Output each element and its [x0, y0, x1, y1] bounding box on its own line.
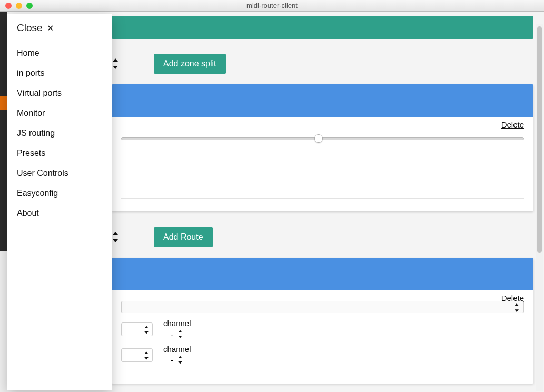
route-row-1: channel -: [121, 345, 524, 365]
zone-delete-link[interactable]: Delete: [501, 120, 524, 129]
chevron-updown-icon: [513, 303, 519, 312]
window-titlebar: midi-router-client: [0, 0, 544, 12]
vertical-scrollbar[interactable]: [536, 24, 543, 391]
bg-light-stripe: [0, 251, 7, 392]
route-wide-select[interactable]: [121, 301, 524, 313]
nav-drawer: Close ✕ Home in ports Virtual ports Moni…: [7, 14, 112, 390]
chevron-updown-icon: [144, 326, 150, 334]
drawer-close-button[interactable]: Close ✕: [17, 22, 102, 34]
divider: [121, 198, 524, 199]
channel-select-carets[interactable]: [177, 356, 183, 364]
nav-item-user-controls[interactable]: User Controls: [17, 163, 102, 183]
route-select-carets[interactable]: [112, 232, 119, 242]
route-card-header: [112, 258, 533, 290]
nav-item-virtual-ports[interactable]: Virtual ports: [17, 83, 102, 103]
zone-split-slider-thumb[interactable]: [314, 134, 323, 143]
bg-orange-stripe: [0, 96, 7, 110]
channel-label: channel: [163, 345, 191, 354]
chevron-updown-icon: [144, 351, 150, 359]
dotted-divider: [121, 374, 524, 374]
nav-item-about[interactable]: About: [17, 203, 102, 223]
scroll-thumb[interactable]: [537, 26, 542, 253]
nav-item-easyconfig[interactable]: Easyconfig: [17, 183, 102, 203]
main-content: Add zone split Delete Add Route Delete: [112, 12, 533, 392]
route-row-0: channel -: [121, 319, 524, 339]
close-icon: ✕: [47, 23, 54, 33]
channel-value: -: [171, 330, 173, 339]
zone-card-header: [112, 84, 533, 117]
window-title: midi-router-client: [0, 2, 544, 9]
nav-item-js-routing[interactable]: JS routing: [17, 123, 102, 143]
zone-select-carets[interactable]: [112, 58, 119, 69]
nav-item-presets[interactable]: Presets: [17, 143, 102, 163]
page-header-bar: [112, 16, 533, 39]
route-row1-left-select[interactable]: [121, 348, 153, 362]
nav-item-in-ports[interactable]: in ports: [17, 63, 102, 83]
nav-item-home[interactable]: Home: [17, 43, 102, 63]
route-card: Delete channel - ch: [112, 258, 533, 384]
bg-dark-stripe: [0, 12, 7, 251]
zone-card: Delete: [112, 84, 533, 211]
add-zone-split-button[interactable]: Add zone split: [154, 54, 226, 74]
channel-label: channel: [163, 319, 191, 328]
drawer-close-label: Close: [17, 22, 43, 34]
route-row0-left-select[interactable]: [121, 322, 153, 336]
zone-split-slider[interactable]: [121, 137, 524, 140]
channel-value: -: [171, 356, 173, 365]
nav-item-monitor[interactable]: Monitor: [17, 103, 102, 123]
channel-select-carets[interactable]: [177, 330, 183, 338]
add-route-button[interactable]: Add Route: [154, 227, 213, 247]
